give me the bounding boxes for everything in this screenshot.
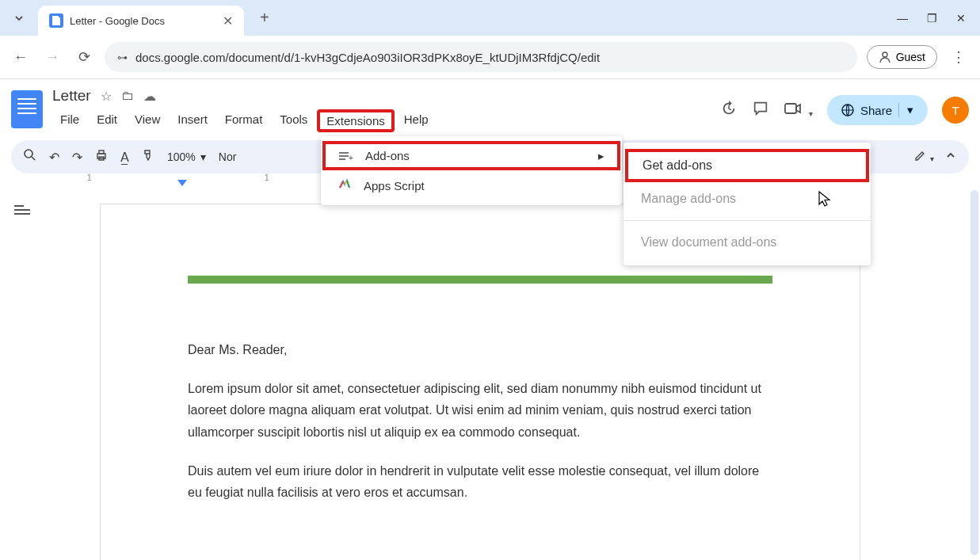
svg-point-3 xyxy=(25,150,32,158)
history-icon[interactable] xyxy=(720,100,738,121)
person-icon xyxy=(879,51,891,63)
svg-point-0 xyxy=(883,52,887,57)
submenu-manage-addons[interactable]: Manage add-ons xyxy=(623,182,871,215)
undo-button[interactable]: ↶ xyxy=(49,150,59,165)
tab-title: Letter - Google Docs xyxy=(70,15,216,27)
meet-icon[interactable]: ▾ xyxy=(784,101,813,120)
svg-rect-1 xyxy=(785,104,796,113)
redo-button[interactable]: ↷ xyxy=(72,150,82,165)
menu-apps-script[interactable]: Apps Script xyxy=(321,170,622,200)
url-text: docs.google.com/document/d/1-kvH3gCdjeAo… xyxy=(135,51,600,64)
document-greeting[interactable]: Dear Ms. Reader, xyxy=(188,339,772,360)
share-label: Share xyxy=(860,104,892,117)
zoom-selector[interactable]: 100% ▾ xyxy=(167,150,206,163)
menu-bar: File Edit View Insert Format Tools Exten… xyxy=(52,109,711,132)
profile-badge[interactable]: Guest xyxy=(867,45,937,69)
editing-mode-button[interactable]: ▾ xyxy=(914,149,934,165)
nav-reload-button[interactable]: ⟳ xyxy=(73,46,95,68)
comment-icon[interactable] xyxy=(752,100,769,121)
indent-marker-icon[interactable] xyxy=(177,180,187,186)
globe-icon xyxy=(841,104,854,116)
move-folder-icon[interactable]: 🗀 xyxy=(121,89,134,104)
addons-submenu: Get add-ons Manage add-ons View document… xyxy=(623,143,871,265)
menu-tools[interactable]: Tools xyxy=(272,109,315,132)
menu-file[interactable]: File xyxy=(52,109,87,132)
share-dropdown-button[interactable]: ▾ xyxy=(898,103,921,117)
site-info-icon[interactable]: ⊶ xyxy=(117,51,128,63)
document-paragraph[interactable]: Lorem ipsum dolor sit amet, consectetuer… xyxy=(188,378,772,443)
addons-icon: + xyxy=(338,150,354,162)
apps-script-label: Apps Script xyxy=(364,179,425,192)
window-maximize-button[interactable]: ❐ xyxy=(927,12,937,25)
nav-back-button[interactable]: ← xyxy=(10,46,32,68)
browser-tab-strip: Letter - Google Docs ✕ + — ❐ ✕ xyxy=(0,0,980,36)
collapse-toolbar-button[interactable] xyxy=(945,150,956,164)
search-menus-icon[interactable] xyxy=(24,149,36,165)
menu-help[interactable]: Help xyxy=(396,109,437,132)
svg-text:+: + xyxy=(349,154,353,162)
spellcheck-button[interactable]: A̲ xyxy=(120,150,129,165)
new-tab-button[interactable]: + xyxy=(260,9,269,27)
submenu-arrow-icon: ▸ xyxy=(598,149,604,163)
tab-search-dropdown[interactable] xyxy=(6,6,32,31)
menu-addons[interactable]: + Add-ons ▸ xyxy=(322,141,620,170)
header-decoration xyxy=(188,276,772,284)
tab-close-button[interactable]: ✕ xyxy=(223,13,233,29)
document-title[interactable]: Letter xyxy=(52,87,91,105)
menu-edit[interactable]: Edit xyxy=(89,109,125,132)
paint-format-button[interactable] xyxy=(142,149,154,165)
guest-label: Guest xyxy=(896,51,925,63)
menu-view[interactable]: View xyxy=(127,109,168,132)
docs-home-icon[interactable] xyxy=(11,90,43,128)
outline-button[interactable] xyxy=(10,200,35,226)
docs-header: Letter ☆ 🗀 ☁ File Edit View Insert Forma… xyxy=(0,79,980,132)
share-button[interactable]: Share ▾ xyxy=(827,95,928,125)
submenu-divider xyxy=(623,220,871,221)
print-button[interactable] xyxy=(95,149,108,165)
vertical-ruler[interactable] xyxy=(54,226,65,560)
cloud-status-icon[interactable]: ☁ xyxy=(143,89,156,104)
menu-extensions[interactable]: Extensions xyxy=(317,109,394,132)
addons-label: Add-ons xyxy=(365,149,410,162)
document-paragraph[interactable]: Duis autem vel eum iriure dolor in hendr… xyxy=(188,460,772,503)
style-selector[interactable]: Nor xyxy=(219,150,237,163)
submenu-get-addons[interactable]: Get add-ons xyxy=(625,149,869,182)
browser-more-menu[interactable]: ⋮ xyxy=(947,48,970,66)
docs-favicon-icon xyxy=(49,13,63,28)
browser-toolbar: ← → ⟳ ⊶ docs.google.com/document/d/1-kvH… xyxy=(0,36,980,79)
svg-rect-5 xyxy=(99,150,104,154)
address-bar[interactable]: ⊶ docs.google.com/document/d/1-kvH3gCdje… xyxy=(105,42,857,72)
avatar-letter: T xyxy=(951,104,959,117)
extensions-dropdown: + Add-ons ▸ Apps Script xyxy=(321,136,622,205)
window-minimize-button[interactable]: — xyxy=(897,12,908,25)
star-icon[interactable]: ☆ xyxy=(101,89,112,104)
account-avatar[interactable]: T xyxy=(942,97,969,124)
menu-insert[interactable]: Insert xyxy=(170,109,215,132)
window-close-button[interactable]: ✕ xyxy=(956,12,966,25)
submenu-view-addons[interactable]: View document add-ons xyxy=(623,226,871,259)
apps-script-icon xyxy=(337,178,353,192)
menu-format[interactable]: Format xyxy=(217,109,271,132)
browser-tab[interactable]: Letter - Google Docs ✕ xyxy=(38,6,244,36)
nav-forward-button[interactable]: → xyxy=(41,46,63,68)
vertical-scrollbar[interactable] xyxy=(970,190,978,555)
